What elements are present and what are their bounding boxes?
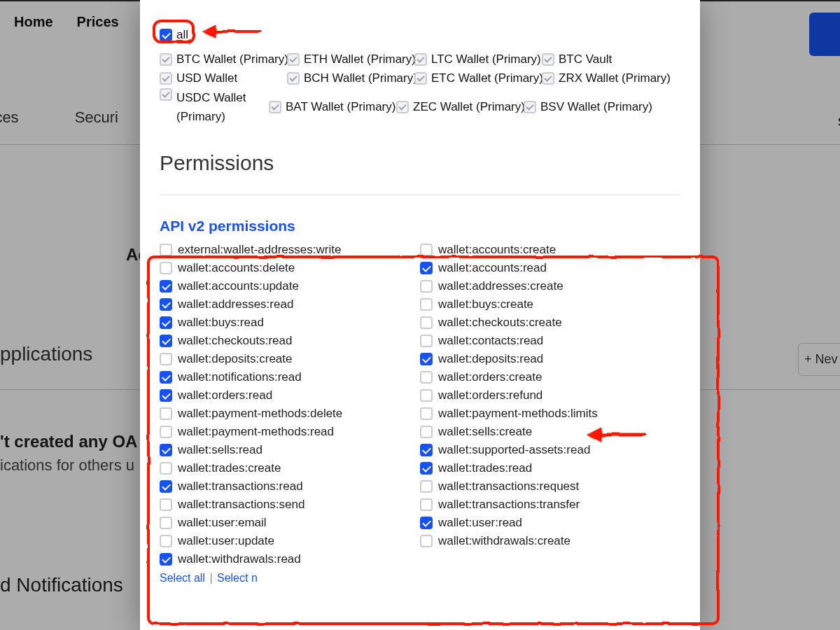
permission-item[interactable]: wallet:user:email bbox=[160, 516, 420, 530]
select-none-link[interactable]: Select n bbox=[217, 572, 258, 584]
account-checkbox[interactable] bbox=[542, 53, 554, 66]
permission-item[interactable]: external:wallet-addresses:write bbox=[160, 243, 420, 257]
permission-item[interactable]: wallet:deposits:create bbox=[160, 352, 420, 366]
permission-checkbox[interactable] bbox=[160, 426, 172, 438]
permission-checkbox[interactable] bbox=[420, 335, 433, 347]
permission-item[interactable]: wallet:notifications:read bbox=[160, 370, 420, 384]
permission-item[interactable]: wallet:accounts:update bbox=[160, 279, 420, 293]
permission-item[interactable]: wallet:orders:read bbox=[160, 388, 420, 402]
permission-item[interactable]: wallet:supported-assets:read bbox=[420, 443, 680, 457]
account-item[interactable]: USDC Wallet (Primary) bbox=[160, 88, 265, 126]
permission-checkbox[interactable] bbox=[420, 244, 433, 256]
permission-checkbox[interactable] bbox=[420, 389, 433, 402]
account-checkbox[interactable] bbox=[287, 72, 300, 85]
permission-item[interactable]: wallet:trades:read bbox=[420, 461, 680, 475]
permission-checkbox[interactable] bbox=[160, 498, 172, 511]
permission-item[interactable]: wallet:trades:create bbox=[160, 461, 420, 475]
permission-item[interactable]: wallet:accounts:read bbox=[420, 261, 680, 275]
permission-item[interactable]: wallet:accounts:create bbox=[420, 243, 680, 257]
account-checkbox[interactable] bbox=[269, 101, 281, 113]
permission-item[interactable]: wallet:transactions:transfer bbox=[420, 498, 680, 512]
permission-checkbox[interactable] bbox=[160, 280, 172, 293]
permission-checkbox[interactable] bbox=[420, 353, 433, 365]
header-primary-button[interactable] bbox=[809, 13, 840, 56]
permission-checkbox[interactable] bbox=[160, 444, 172, 456]
permission-checkbox[interactable] bbox=[420, 444, 433, 456]
permission-checkbox[interactable] bbox=[160, 244, 172, 256]
subnav-security[interactable]: Securi bbox=[75, 108, 118, 127]
permission-checkbox[interactable] bbox=[160, 262, 172, 274]
account-checkbox[interactable] bbox=[414, 72, 427, 85]
permission-item[interactable]: wallet:transactions:send bbox=[160, 498, 420, 512]
account-checkbox[interactable] bbox=[524, 101, 536, 113]
subnav-preferences[interactable]: eferences bbox=[0, 108, 19, 127]
nav-prices[interactable]: Prices bbox=[77, 14, 119, 30]
permission-item[interactable]: wallet:user:read bbox=[420, 516, 680, 530]
account-checkbox[interactable] bbox=[396, 101, 409, 113]
permission-item[interactable]: wallet:sells:create bbox=[420, 425, 680, 439]
permission-item[interactable]: wallet:accounts:delete bbox=[160, 261, 420, 275]
permission-checkbox[interactable] bbox=[160, 316, 172, 329]
permission-item[interactable]: wallet:orders:create bbox=[420, 370, 680, 384]
permission-item[interactable]: wallet:buys:create bbox=[420, 298, 680, 312]
permission-item[interactable]: wallet:buys:read bbox=[160, 316, 420, 330]
permission-checkbox[interactable] bbox=[160, 389, 172, 402]
account-item[interactable]: ZEC Wallet (Primary) bbox=[396, 88, 519, 126]
permission-item[interactable]: wallet:checkouts:read bbox=[160, 334, 420, 348]
account-checkbox[interactable] bbox=[160, 72, 172, 85]
account-item[interactable]: USD Wallet bbox=[160, 69, 283, 88]
permission-checkbox[interactable] bbox=[160, 480, 172, 493]
account-item[interactable]: BCH Wallet (Primary) bbox=[287, 69, 410, 88]
permission-item[interactable]: wallet:contacts:read bbox=[420, 334, 680, 348]
permission-checkbox[interactable] bbox=[420, 371, 433, 384]
permission-checkbox[interactable] bbox=[160, 298, 172, 311]
permission-item[interactable]: wallet:payment-methods:limits bbox=[420, 407, 680, 421]
permission-item[interactable]: wallet:payment-methods:delete bbox=[160, 407, 420, 421]
accounts-all-row[interactable]: all bbox=[160, 25, 283, 44]
nav-home[interactable]: Home bbox=[14, 14, 53, 30]
permission-checkbox[interactable] bbox=[420, 462, 433, 475]
permission-checkbox[interactable] bbox=[160, 462, 172, 475]
permission-item[interactable]: wallet:withdrawals:read bbox=[160, 552, 420, 566]
permission-checkbox[interactable] bbox=[420, 262, 433, 274]
permission-checkbox[interactable] bbox=[160, 535, 172, 547]
new-oauth-app-button[interactable]: + Nev bbox=[798, 343, 840, 376]
account-item[interactable]: ZRX Wallet (Primary) bbox=[542, 69, 665, 88]
account-item[interactable]: LTC Wallet (Primary) bbox=[414, 50, 538, 69]
permission-checkbox[interactable] bbox=[160, 553, 172, 566]
accounts-all-checkbox[interactable] bbox=[160, 29, 172, 41]
select-all-link[interactable]: Select all bbox=[160, 572, 205, 584]
account-item[interactable]: BAT Wallet (Primary) bbox=[269, 88, 392, 126]
account-checkbox[interactable] bbox=[160, 88, 172, 101]
permission-checkbox[interactable] bbox=[160, 517, 172, 529]
permission-item[interactable]: wallet:sells:read bbox=[160, 443, 420, 457]
account-item[interactable]: ETC Wallet (Primary) bbox=[414, 69, 538, 88]
account-item[interactable]: BTC Wallet (Primary) bbox=[160, 50, 283, 69]
account-checkbox[interactable] bbox=[542, 72, 554, 85]
permission-checkbox[interactable] bbox=[420, 517, 433, 529]
account-item[interactable]: ETH Wallet (Primary) bbox=[287, 50, 410, 69]
account-checkbox[interactable] bbox=[287, 53, 300, 66]
permission-item[interactable]: wallet:transactions:request bbox=[420, 479, 680, 493]
permission-checkbox[interactable] bbox=[420, 480, 433, 493]
permission-checkbox[interactable] bbox=[420, 498, 433, 511]
permission-checkbox[interactable] bbox=[420, 280, 433, 293]
permission-item[interactable]: wallet:withdrawals:create bbox=[420, 534, 680, 548]
permission-item[interactable]: wallet:transactions:read bbox=[160, 479, 420, 493]
permission-checkbox[interactable] bbox=[160, 335, 172, 347]
permission-checkbox[interactable] bbox=[420, 316, 433, 329]
account-item[interactable]: BSV Wallet (Primary) bbox=[524, 88, 647, 126]
account-checkbox[interactable] bbox=[160, 53, 172, 66]
permission-item[interactable]: wallet:addresses:create bbox=[420, 279, 680, 293]
permission-checkbox[interactable] bbox=[420, 426, 433, 438]
account-item[interactable]: BTC Vault bbox=[542, 50, 665, 69]
permission-checkbox[interactable] bbox=[160, 371, 172, 384]
permission-checkbox[interactable] bbox=[160, 353, 172, 365]
permission-checkbox[interactable] bbox=[420, 407, 433, 420]
permission-item[interactable]: wallet:orders:refund bbox=[420, 388, 680, 402]
permission-item[interactable]: wallet:addresses:read bbox=[160, 298, 420, 312]
permission-checkbox[interactable] bbox=[420, 298, 433, 311]
account-checkbox[interactable] bbox=[414, 53, 427, 66]
permission-item[interactable]: wallet:payment-methods:read bbox=[160, 425, 420, 439]
permission-item[interactable]: wallet:deposits:read bbox=[420, 352, 680, 366]
